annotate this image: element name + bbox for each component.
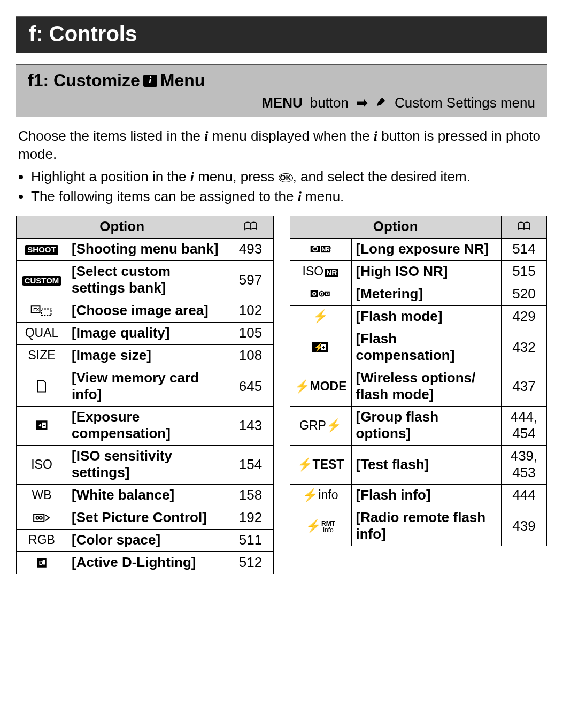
option-page: 439, 453: [502, 446, 547, 485]
table-row: FX[Choose image area]102: [17, 300, 274, 323]
option-page: 108: [228, 345, 273, 367]
option-page: 192: [228, 507, 273, 530]
svg-rect-10: [43, 560, 45, 565]
option-name: [Metering]: [351, 283, 502, 306]
option-icon-expcomp: [17, 407, 67, 446]
svg-rect-2: [42, 309, 51, 315]
table-row: ⚡TEST[Test flash]439, 453: [290, 446, 547, 485]
option-name: [Exposure compensation]: [67, 407, 228, 446]
table-row: [Set Picture Control]192: [17, 507, 274, 530]
option-page: 512: [228, 552, 273, 574]
th-option: Option: [17, 216, 228, 239]
i-icon: i: [374, 128, 377, 144]
option-name: [Flash compensation]: [351, 328, 502, 367]
option-page: 514: [502, 239, 547, 261]
option-name: [Image quality]: [67, 323, 228, 345]
table-row: GRP⚡[Group flash options]444, 454: [290, 407, 547, 446]
option-icon-test: ⚡TEST: [290, 446, 351, 485]
table-row: QUAL[Image quality]105: [17, 323, 274, 345]
option-name: [Wireless options/ flash mode]: [351, 367, 502, 407]
table-row: ISO[ISO sensitivity settings]154: [17, 446, 274, 485]
option-name: [Radio remote flash info]: [351, 507, 502, 546]
option-icon-lenr: NRNR: [290, 239, 351, 261]
table-row: ⚡RMTinfo[Radio remote flash info]439: [290, 507, 547, 546]
sub-title-post: Menu: [160, 71, 205, 90]
option-icon-frmt: ⚡RMTinfo: [290, 507, 351, 546]
option-page: 432: [502, 328, 547, 367]
table-row: [Metering]520: [290, 283, 547, 306]
th-page-icon: [502, 216, 547, 239]
option-name: [Group flash options]: [351, 407, 502, 446]
option-page: 520: [502, 283, 547, 306]
option-name: [Active D-Lighting]: [67, 552, 228, 574]
i-icon: i: [298, 189, 302, 204]
breadcrumb-dest: Custom Settings menu: [395, 95, 535, 111]
option-icon-pc: [17, 507, 67, 530]
i-icon: i: [204, 128, 208, 144]
option-page: 158: [228, 485, 273, 507]
intro-paragraph: Choose the items listed in the i menu di…: [18, 127, 545, 164]
table-row: D[Active D-Lighting]512: [17, 552, 274, 574]
option-name: [Choose image area]: [67, 300, 228, 323]
breadcrumb: MENU button ➡ Custom Settings menu: [16, 94, 547, 117]
menu-label: MENU: [261, 95, 303, 111]
option-page: 444, 454: [502, 407, 547, 446]
option-name: [Flash info]: [351, 485, 502, 507]
option-page: 597: [228, 261, 273, 300]
option-page: 493: [228, 239, 273, 261]
table-row: ⚡[Flash mode]429: [290, 306, 547, 328]
option-name: [View memory card info]: [67, 367, 228, 407]
book-icon: [244, 220, 258, 234]
option-page: 645: [228, 367, 273, 407]
option-icon-iso: ISO: [17, 446, 67, 485]
option-name: [Set Picture Control]: [67, 507, 228, 530]
bullet-list: Highlight a position in the i menu, pres…: [31, 168, 547, 206]
table-row: NRNR[Long exposure NR]514: [290, 239, 547, 261]
table-row: [View memory card info]645: [17, 367, 274, 407]
pencil-icon: [375, 95, 387, 111]
option-name: [High ISO NR]: [351, 261, 502, 283]
table-row: WB[White balance]158: [17, 485, 274, 507]
option-name: [Color space]: [67, 530, 228, 552]
svg-point-6: [36, 516, 39, 519]
option-icon-finfo: ⚡info: [290, 485, 351, 507]
th-option: Option: [290, 216, 502, 239]
option-icon-card: [17, 367, 67, 407]
section-title: f: Controls: [16, 16, 547, 53]
svg-point-20: [326, 293, 328, 295]
option-page: 105: [228, 323, 273, 345]
svg-text:NR: NR: [321, 246, 330, 252]
table-row: RGB[Color space]511: [17, 530, 274, 552]
option-icon-size: SIZE: [17, 345, 67, 367]
bullet-1: Highlight a position in the i menu, pres…: [31, 168, 547, 186]
arrow-right-icon: ➡: [356, 95, 368, 111]
option-icon-isonr: ISONR: [290, 261, 351, 283]
option-icon-qual: QUAL: [17, 323, 67, 345]
option-page: 437: [502, 367, 547, 407]
section-title-text: f: Controls: [29, 22, 137, 45]
option-icon-grp: GRP⚡: [290, 407, 351, 446]
ok-icon: OK: [279, 173, 293, 182]
sub-title-pre: f1: Customize: [28, 71, 140, 90]
table-row: CUSTOM[Select custom settings bank]597: [17, 261, 274, 300]
svg-text:FX: FX: [33, 307, 39, 312]
option-icon-meter: [290, 283, 351, 306]
button-word: button: [310, 95, 349, 111]
option-icon-flashmode2: ⚡MODE: [290, 367, 351, 407]
table-row: ⚡MODE[Wireless options/ flash mode]437: [290, 367, 547, 407]
option-icon-shoot: SHOOT: [17, 239, 67, 261]
option-page: 439: [502, 507, 547, 546]
table-row: ⚡info[Flash info]444: [290, 485, 547, 507]
option-name: [White balance]: [67, 485, 228, 507]
option-icon-custom: CUSTOM: [17, 261, 67, 300]
option-page: 511: [228, 530, 273, 552]
sub-section: f1: Customize i Menu MENU button ➡ Custo…: [16, 64, 547, 117]
option-name: [Shooting menu bank]: [67, 239, 228, 261]
option-icon-wb: WB: [17, 485, 67, 507]
option-icon-flashmode: ⚡: [290, 306, 351, 328]
option-name: [ISO sensitivity settings]: [67, 446, 228, 485]
option-name: [Flash mode]: [351, 306, 502, 328]
option-icon-flashcomp: ⚡: [290, 328, 351, 367]
option-icon-fx: FX: [17, 300, 67, 323]
option-name: [Test flash]: [351, 446, 502, 485]
